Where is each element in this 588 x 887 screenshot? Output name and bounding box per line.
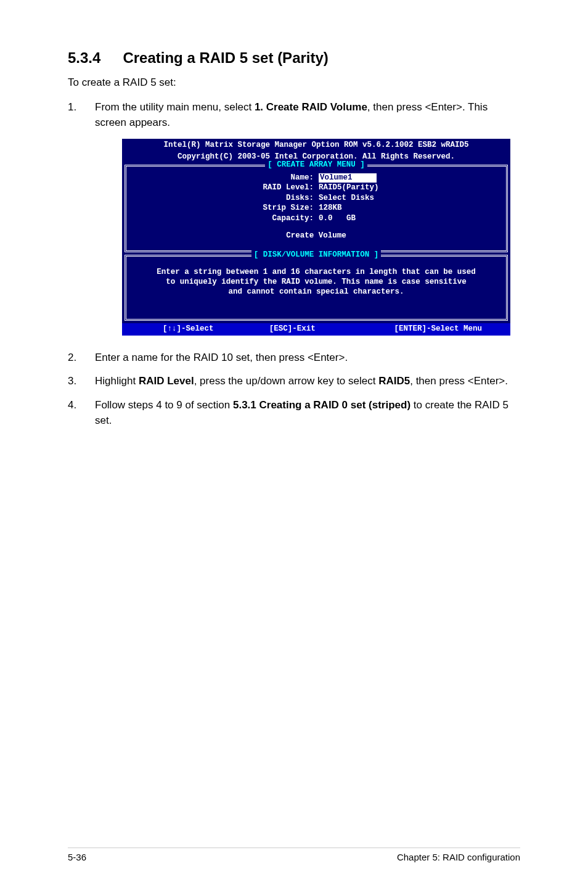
step3-post: , then press <Enter>. — [410, 375, 508, 387]
step-2: 2. Enter a name for the RAID 10 set, the… — [68, 350, 520, 366]
step-4: 4. Follow steps 4 to 9 of section 5.3.1 … — [68, 398, 520, 428]
chapter-label: Chapter 5: RAID configuration — [397, 852, 520, 862]
step4-b: 5.3.1 Creating a RAID 0 set (striped) — [233, 399, 410, 411]
intro-text: To create a RAID 5 set: — [68, 76, 520, 89]
footer-enter: [ENTER]-Select Menu — [375, 324, 507, 334]
page-footer: 5-36 Chapter 5: RAID configuration — [68, 848, 520, 862]
name-input[interactable]: Volume1 — [319, 173, 377, 183]
step-1: 1. From the utility main menu, select 1.… — [68, 100, 520, 336]
step-number: 3. — [68, 374, 76, 389]
strip-size-value[interactable]: 128KB — [319, 204, 500, 213]
step1-pre: From the utility main menu, select — [95, 101, 255, 113]
info-line-1: Enter a string between 1 and 16 characte… — [136, 268, 496, 278]
step-number: 1. — [68, 100, 76, 115]
capacity-label: Capacity: — [133, 214, 319, 224]
create-array-title: [ CREATE ARRAY MENU ] — [265, 160, 367, 170]
step1-bold: 1. Create RAID Volume — [255, 101, 367, 113]
strip-size-label: Strip Size: — [133, 204, 319, 213]
disks-label: Disks: — [133, 194, 319, 204]
step-number: 4. — [68, 398, 76, 413]
disk-volume-info-title: [ DISK/VOLUME INFORMATION ] — [251, 250, 382, 260]
step3-b1: RAID Level — [139, 375, 194, 387]
name-label: Name: — [133, 173, 319, 183]
footer-exit: [ESC]-Exit — [269, 324, 376, 334]
disk-volume-info-panel: [ DISK/VOLUME INFORMATION ] Enter a stri… — [125, 255, 508, 321]
raid-level-value[interactable]: RAID5(Parity) — [319, 183, 500, 193]
step3-b2: RAID5 — [378, 375, 410, 387]
section-title: Creating a RAID 5 set (Parity) — [123, 49, 328, 66]
create-volume-action[interactable]: Create Volume — [133, 231, 500, 241]
step3-pre: Highlight — [95, 375, 139, 387]
disks-value[interactable]: Select Disks — [319, 194, 500, 204]
capacity-value[interactable]: 0.0 GB — [319, 214, 500, 224]
create-array-panel: [ CREATE ARRAY MENU ] Name: Volume1 RAID… — [125, 165, 508, 253]
section-heading: 5.3.4Creating a RAID 5 set (Parity) — [68, 49, 520, 67]
bios-footer: [↑↓]-Select [ESC]-Exit [ENTER]-Select Me… — [122, 323, 510, 336]
raid-level-label: RAID Level: — [133, 183, 319, 193]
section-number: 5.3.4 — [68, 49, 100, 67]
step-3: 3. Highlight RAID Level, press the up/do… — [68, 374, 520, 389]
step3-mid: , press the up/down arrow key to select — [194, 375, 379, 387]
info-line-3: and cannot contain special characters. — [136, 287, 496, 297]
info-line-2: to uniquely identify the RAID volume. Th… — [136, 278, 496, 287]
step-number: 2. — [68, 350, 76, 366]
footer-select: [↑↓]-Select — [126, 324, 269, 334]
bios-header-1: Intel(R) Matrix Storage Manager Option R… — [122, 139, 510, 151]
step4-pre: Follow steps 4 to 9 of section — [95, 399, 233, 411]
page-number: 5-36 — [68, 852, 86, 862]
step2-text: Enter a name for the RAID 10 set, then p… — [95, 352, 348, 363]
bios-screenshot: Intel(R) Matrix Storage Manager Option R… — [122, 139, 510, 336]
